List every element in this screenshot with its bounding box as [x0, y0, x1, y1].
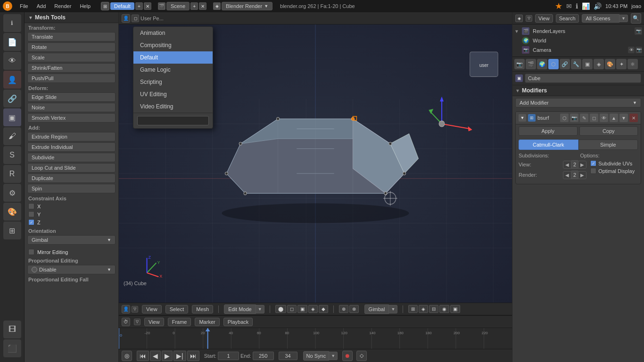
simple-tab[interactable]: Simple — [578, 140, 638, 150]
camera-render[interactable]: 📷 — [636, 47, 642, 53]
shading-wire[interactable]: ◻ — [287, 305, 297, 313]
dropdown-item-default[interactable]: Default — [133, 51, 213, 64]
user-perspective-icon[interactable]: 👤 — [122, 14, 130, 23]
record-btn[interactable]: ⏺ — [342, 351, 353, 361]
mod-expand-icon[interactable]: ▼ — [519, 114, 526, 122]
workspace-dropdown[interactable]: Default — [110, 2, 134, 10]
prop-particle-icon[interactable]: ✦ — [616, 59, 627, 69]
spin-btn[interactable]: Spin — [27, 184, 116, 193]
menu-render[interactable]: Render — [50, 2, 75, 10]
play-btn[interactable]: ▶ — [162, 351, 173, 361]
tl-icon[interactable]: ⏱ — [122, 318, 130, 326]
subdivide-btn[interactable]: Subdivide — [27, 153, 116, 162]
vf-icon[interactable]: 👤 — [122, 305, 130, 313]
orientation-dropdown[interactable]: Gimbal ▼ — [27, 235, 116, 245]
shrink-btn[interactable]: Shrink/Fatten — [27, 63, 116, 73]
start-frame-input[interactable] — [218, 352, 239, 360]
menu-add[interactable]: Add — [33, 2, 50, 10]
shading-render[interactable]: ◆ — [319, 305, 328, 313]
constraint-y-checkbox[interactable] — [28, 211, 34, 217]
mode-dropdown[interactable]: Edit Mode ▼ — [224, 304, 264, 314]
dropdown-search-input[interactable] — [137, 116, 209, 125]
constraint-z-checkbox[interactable]: ✓ — [28, 219, 34, 225]
optimal-display-checkbox[interactable] — [590, 168, 596, 174]
render-inc-btn[interactable]: ▶ — [578, 171, 586, 179]
duplicate-btn[interactable]: Duplicate — [27, 173, 116, 183]
vf-view-btn[interactable]: View — [142, 305, 162, 313]
dropdown-item-compositing[interactable]: Compositing — [133, 39, 213, 51]
icon-render[interactable]: R — [3, 165, 21, 183]
tree-world[interactable]: 🌍 World — [512, 36, 644, 45]
mail-icon[interactable]: ✉ — [566, 2, 572, 10]
prev-frame-btn[interactable]: ◀ — [150, 351, 161, 361]
shading-material[interactable]: ◈ — [308, 305, 318, 313]
prop-modifier-icon[interactable]: 🔧 — [571, 59, 581, 69]
proportional-dropdown[interactable]: Disable ▼ — [27, 265, 116, 274]
mod-render-icon[interactable]: 📷 — [570, 114, 578, 122]
rotate-btn[interactable]: Rotate — [27, 42, 116, 52]
outliner-icon[interactable]: ◈ — [515, 15, 523, 22]
prop-render-icon[interactable]: 📷 — [514, 59, 525, 69]
proportional-btn[interactable]: ◉ — [439, 305, 449, 313]
volume-icon[interactable]: 🔊 — [594, 2, 602, 10]
current-frame-input[interactable] — [279, 352, 297, 360]
icon-link[interactable]: 🔗 — [3, 90, 21, 107]
icon-terminal[interactable]: ⬛ — [3, 339, 21, 357]
shading-texture[interactable]: ▣ — [297, 305, 307, 313]
add-modifier-dropdown[interactable]: Add Modifier ▼ — [515, 98, 641, 107]
mirror-editing-checkbox[interactable] — [28, 249, 34, 255]
sync-dropdown[interactable]: No Sync ▼ — [303, 351, 338, 361]
view-btn[interactable]: View — [535, 14, 553, 23]
mod-up-icon[interactable]: ▲ — [610, 114, 618, 122]
icon-cube[interactable]: ▣ — [3, 108, 21, 126]
view-dec-btn[interactable]: ◀ — [563, 161, 571, 169]
icon-brush[interactable]: 🖌 — [3, 127, 21, 145]
mod-down-icon[interactable]: ▼ — [619, 114, 628, 122]
prop-object-icon[interactable]: ⬡ — [548, 59, 559, 69]
filter-icon[interactable]: 🔍 — [631, 13, 641, 24]
loop-cut-btn[interactable]: Loop Cut and Slide — [27, 163, 116, 173]
dropdown-item-video-editing[interactable]: Video Editing — [133, 100, 213, 113]
next-frame-btn[interactable]: ▶| — [173, 351, 186, 361]
icon-user[interactable]: 👤 — [3, 71, 21, 89]
extrude-region-btn[interactable]: Extrude Region — [27, 132, 116, 141]
dropdown-item-scripting[interactable]: Scripting — [133, 76, 213, 88]
object-name-field[interactable]: Cube — [525, 74, 641, 83]
dropdown-item-game-logic[interactable]: Game Logic — [133, 64, 213, 76]
tl-expand[interactable]: ▽ — [134, 319, 140, 325]
end-frame-input[interactable] — [253, 352, 274, 360]
subdivide-uvs-checkbox[interactable]: ✓ — [590, 160, 596, 166]
support-icon[interactable]: ★ — [555, 1, 562, 11]
snap-btn[interactable]: ⊞ — [408, 305, 418, 313]
scene-icon[interactable]: 🎬 — [158, 2, 165, 10]
scene-add[interactable]: + — [190, 2, 198, 10]
icon-color[interactable]: 🎨 — [3, 203, 21, 221]
tree-render-layers[interactable]: ▼ 🎬 RenderLayers 📷 — [512, 26, 644, 36]
local-btn[interactable]: ⊗ — [349, 305, 359, 313]
jump-end-btn[interactable]: ⏭ — [187, 351, 199, 361]
catmull-clark-tab[interactable]: Catmull-Clark — [519, 140, 578, 150]
search-btn[interactable]: Search — [556, 14, 579, 23]
scale-btn[interactable]: Scale — [27, 53, 116, 62]
render-dec-btn[interactable]: ◀ — [563, 171, 571, 179]
camera-visibility[interactable]: 👁 — [628, 47, 635, 53]
global-btn[interactable]: ⊕ — [339, 305, 348, 313]
prop-texture-icon[interactable]: 🎨 — [605, 59, 615, 69]
render-layers-action[interactable]: 📷 — [635, 27, 642, 35]
workspace-add[interactable]: + — [135, 2, 143, 10]
extrude-individual-btn[interactable]: Extrude Individual — [27, 142, 116, 152]
push-btn[interactable]: Push/Pull — [27, 74, 116, 83]
prop-material-icon[interactable]: ◈ — [594, 59, 604, 69]
menu-file[interactable]: File — [16, 2, 32, 10]
mod-delete-icon[interactable]: ✕ — [629, 114, 638, 122]
scene-close[interactable]: ✕ — [199, 2, 206, 10]
engine-dropdown[interactable]: Blender Render ▼ — [222, 2, 272, 10]
prop-physics-icon[interactable]: ⚛ — [627, 59, 638, 69]
vf-select-btn[interactable]: Select — [165, 305, 189, 313]
icon-settings[interactable]: ⚙ — [3, 184, 21, 202]
stats-icon[interactable]: 📊 — [582, 2, 590, 10]
workspace-icon[interactable]: ⊞ — [101, 2, 109, 10]
translate-btn[interactable]: Translate — [27, 32, 116, 41]
vf-mesh-btn[interactable]: Mesh — [192, 305, 213, 313]
outliner-expand[interactable]: ▽ — [526, 15, 532, 22]
